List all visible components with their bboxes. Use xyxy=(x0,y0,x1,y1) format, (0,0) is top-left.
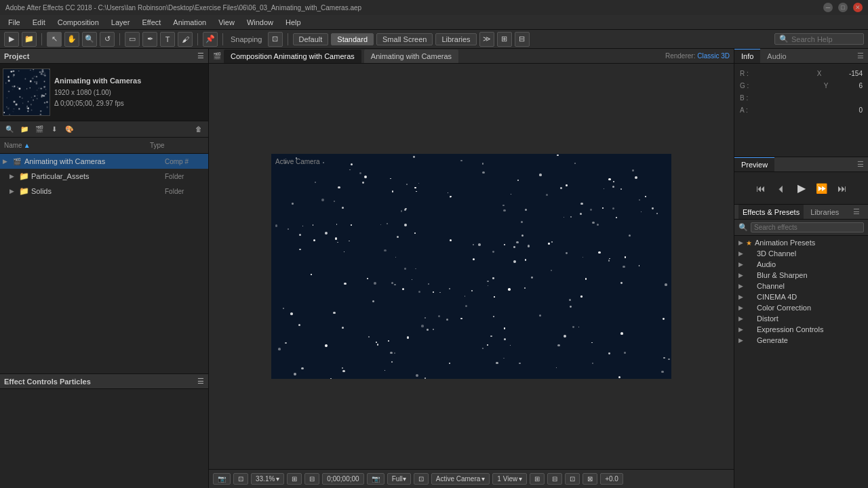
effects-menu[interactable]: ☰ xyxy=(849,207,864,216)
comp-tab-active[interactable]: Composition Animating with Cameras xyxy=(224,49,361,63)
effect-category-distort[interactable]: ▶ Distort xyxy=(734,313,868,324)
open-button[interactable]: 📁 xyxy=(22,32,37,47)
prev-frame-button[interactable]: ⏴ xyxy=(774,181,789,196)
menu-item-window[interactable]: Window xyxy=(241,17,279,28)
list-item[interactable]: ▶ 📁 Solids Folder xyxy=(0,184,208,199)
rotate-tool[interactable]: ↺ xyxy=(100,32,115,47)
puppet-tool[interactable]: 📌 xyxy=(203,32,218,47)
minimize-button[interactable]: ─ xyxy=(823,3,833,12)
project-folder-new[interactable]: 📁 xyxy=(18,123,31,136)
col-name[interactable]: Name ▲ xyxy=(4,142,150,149)
effects-search-input[interactable] xyxy=(751,222,864,232)
category-arrow: ▶ xyxy=(738,326,743,333)
selection-tool[interactable]: ↖ xyxy=(47,32,62,47)
effect-category-animation-presets[interactable]: ▶ ★ Animation Presets xyxy=(734,237,868,248)
camera-icon[interactable]: 📷 xyxy=(367,473,384,485)
frame-button[interactable]: ⊡ xyxy=(414,473,429,485)
workspace-more[interactable]: ≫ xyxy=(479,32,494,47)
libraries-tab[interactable]: Libraries xyxy=(806,205,843,219)
snapping-toggle[interactable]: ⊡ xyxy=(268,32,283,47)
workspace-standard[interactable]: Standard xyxy=(331,33,374,45)
brush-tool[interactable]: 🖌 xyxy=(178,32,193,47)
project-import[interactable]: ⬇ xyxy=(47,123,61,136)
project-trash[interactable]: 🗑 xyxy=(192,123,205,136)
first-frame-button[interactable]: ⏮ xyxy=(753,181,768,196)
menu-item-help[interactable]: Help xyxy=(280,17,307,28)
view-button[interactable]: Active Camera▾ xyxy=(431,473,490,485)
next-frame-button[interactable]: ⏩ xyxy=(814,181,829,196)
flow-button[interactable]: +0.0 xyxy=(600,473,623,485)
renderer-value[interactable]: Classic 3D xyxy=(697,52,730,60)
close-button[interactable]: ✕ xyxy=(853,3,863,12)
project-comp-new[interactable]: 🎬 xyxy=(33,123,46,136)
x-label: X xyxy=(817,68,822,80)
comp-tab-camera[interactable]: Animating with Cameras xyxy=(364,49,458,63)
text-tool[interactable]: T xyxy=(160,32,175,47)
guides-button[interactable]: ⊟ xyxy=(547,473,562,485)
category-name: Animation Presets xyxy=(755,239,815,247)
effect-category-audio[interactable]: ▶ Audio xyxy=(734,259,868,270)
preview-menu[interactable]: ☰ xyxy=(853,160,868,169)
menu-item-layer[interactable]: Layer xyxy=(106,17,136,28)
audio-tab[interactable]: Audio xyxy=(760,49,793,63)
category-name: Channel xyxy=(757,282,785,290)
menu-item-edit[interactable]: Edit xyxy=(27,17,51,28)
menu-item-view[interactable]: View xyxy=(213,17,240,28)
effect-controls-menu[interactable]: ☰ xyxy=(197,377,204,386)
effect-category-generate[interactable]: ▶ Generate xyxy=(734,335,868,346)
project-search[interactable]: 🔍 xyxy=(3,123,16,136)
pixel-aspect-button[interactable]: ⊟ xyxy=(304,473,319,485)
new-project-button[interactable]: ▶ xyxy=(4,32,19,47)
effect-category-cinema-4d[interactable]: ▶ CINEMA 4D xyxy=(734,291,868,302)
effect-category-color-correction[interactable]: ▶ Color Correction xyxy=(734,302,868,313)
effect-category-3d-channel[interactable]: ▶ 3D Channel xyxy=(734,248,868,259)
alpha-button[interactable]: ⊠ xyxy=(583,473,597,485)
project-panel-header: Project ☰ xyxy=(0,49,208,64)
list-item[interactable]: ▶ 🎬 Animating with Cameras Comp # xyxy=(0,154,208,169)
menu-item-file[interactable]: File xyxy=(3,17,26,28)
show-channel-button[interactable]: ⊡ xyxy=(233,473,248,485)
menu-item-effect[interactable]: Effect xyxy=(136,17,166,28)
category-name: Blur & Sharpen xyxy=(757,271,808,279)
grid-button[interactable]: ⊞ xyxy=(530,473,545,485)
pen-tool[interactable]: ✒ xyxy=(142,32,157,47)
current-time: 0;00;00;00 xyxy=(327,475,359,483)
list-item[interactable]: ▶ 📁 Particular_Assets Folder xyxy=(0,169,208,184)
resolution-button[interactable]: Full▾ xyxy=(387,473,411,485)
comp-icon: 🎬 xyxy=(12,157,22,166)
search-help-input[interactable] xyxy=(791,35,859,43)
project-panel-menu[interactable]: ☰ xyxy=(197,52,204,60)
rect-tool[interactable]: ▭ xyxy=(125,32,140,47)
timecode-display[interactable]: 0;00;00;00 xyxy=(322,473,363,485)
effects-presets-tab[interactable]: Effects & Presets xyxy=(738,205,804,219)
zoom-level[interactable]: 33.1%▾ xyxy=(251,473,284,485)
category-arrow: ▶ xyxy=(738,315,743,322)
snapping-label: Snapping xyxy=(228,35,265,43)
info-tab[interactable]: Info xyxy=(734,49,760,63)
effect-category-expression-controls[interactable]: ▶ Expression Controls xyxy=(734,324,868,335)
zoom-tool[interactable]: 🔍 xyxy=(82,32,97,47)
effect-category-channel[interactable]: ▶ Channel xyxy=(734,281,868,291)
play-button[interactable]: ▶ xyxy=(794,181,809,196)
menu-item-animation[interactable]: Animation xyxy=(167,17,212,28)
maximize-button[interactable]: □ xyxy=(838,3,848,12)
info-panel-menu[interactable]: ☰ xyxy=(853,52,868,60)
hand-tool[interactable]: ✋ xyxy=(64,32,79,47)
title-text: Adobe After Effects CC 2018 - C:\Users\I… xyxy=(5,4,361,12)
workspace-libraries[interactable]: Libraries xyxy=(435,33,476,45)
rulers-button[interactable]: ⊡ xyxy=(565,473,580,485)
menu-item-composition[interactable]: Composition xyxy=(52,17,104,28)
workspace-icon[interactable]: ⊟ xyxy=(515,32,530,47)
preview-tab[interactable]: Preview xyxy=(734,157,774,171)
workspace-settings[interactable]: ⊞ xyxy=(497,32,512,47)
col-type[interactable]: Type xyxy=(150,142,204,149)
effect-category-blur-&-sharpen[interactable]: ▶ Blur & Sharpen xyxy=(734,270,868,281)
workspace-default[interactable]: Default xyxy=(293,33,329,45)
fit-button[interactable]: ⊞ xyxy=(287,473,302,485)
y-value: 6 xyxy=(859,80,863,92)
project-color[interactable]: 🎨 xyxy=(62,123,76,136)
view-count-button[interactable]: 1 View▾ xyxy=(492,473,527,485)
workspace-small-screen[interactable]: Small Screen xyxy=(376,33,433,45)
last-frame-button[interactable]: ⏭ xyxy=(835,181,850,196)
snapshot-button[interactable]: 📷 xyxy=(213,473,231,485)
